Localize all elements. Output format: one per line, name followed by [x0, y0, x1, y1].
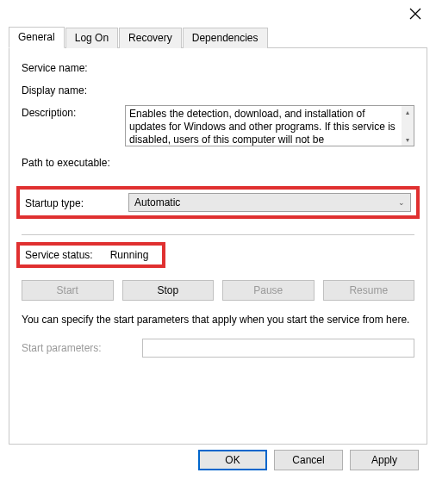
chevron-down-icon: ⌄	[398, 198, 405, 207]
title-bar	[0, 0, 436, 28]
display-name-label: Display name:	[22, 83, 125, 96]
startup-type-label: Startup type:	[25, 196, 128, 209]
tab-logon[interactable]: Log On	[65, 28, 118, 48]
resume-button: Resume	[323, 280, 415, 301]
cancel-button[interactable]: Cancel	[274, 450, 343, 470]
service-status-label: Service status:	[25, 249, 93, 261]
description-label: Description:	[22, 105, 125, 119]
scroll-up-icon[interactable]: ▴	[402, 106, 414, 118]
pause-button: Pause	[222, 280, 315, 301]
service-status-value: Running	[110, 249, 149, 261]
startup-type-value: Automatic	[134, 196, 180, 208]
ok-button[interactable]: OK	[198, 450, 267, 470]
startup-type-highlight: Startup type: Automatic ⌄	[16, 186, 420, 219]
tab-recovery[interactable]: Recovery	[119, 28, 182, 48]
stop-button[interactable]: Stop	[122, 280, 215, 301]
service-status-highlight: Service status: Running	[16, 242, 165, 268]
tab-strip: General Log On Recovery Dependencies	[9, 28, 427, 48]
close-icon[interactable]	[408, 7, 422, 21]
dialog-footer: OK Cancel Apply	[9, 445, 427, 470]
description-textbox[interactable]: Enables the detection, download, and ins…	[125, 105, 414, 146]
apply-button[interactable]: Apply	[350, 450, 419, 470]
description-text: Enables the detection, download, and ins…	[129, 108, 396, 146]
tab-general[interactable]: General	[9, 27, 65, 48]
start-parameters-label: Start parameters:	[22, 342, 142, 354]
separator	[22, 234, 414, 235]
start-button: Start	[22, 280, 114, 301]
parameters-note: You can specify the start parameters tha…	[22, 313, 414, 327]
path-label: Path to executable:	[22, 155, 110, 169]
service-name-label: Service name:	[22, 60, 125, 74]
description-scrollbar[interactable]: ▴ ▾	[402, 106, 414, 146]
startup-type-combobox[interactable]: Automatic ⌄	[128, 193, 411, 212]
scroll-down-icon[interactable]: ▾	[402, 134, 414, 146]
start-parameters-input	[142, 339, 414, 358]
tab-dependencies[interactable]: Dependencies	[183, 28, 268, 48]
general-panel: Service name: Display name: Description:…	[9, 48, 427, 445]
